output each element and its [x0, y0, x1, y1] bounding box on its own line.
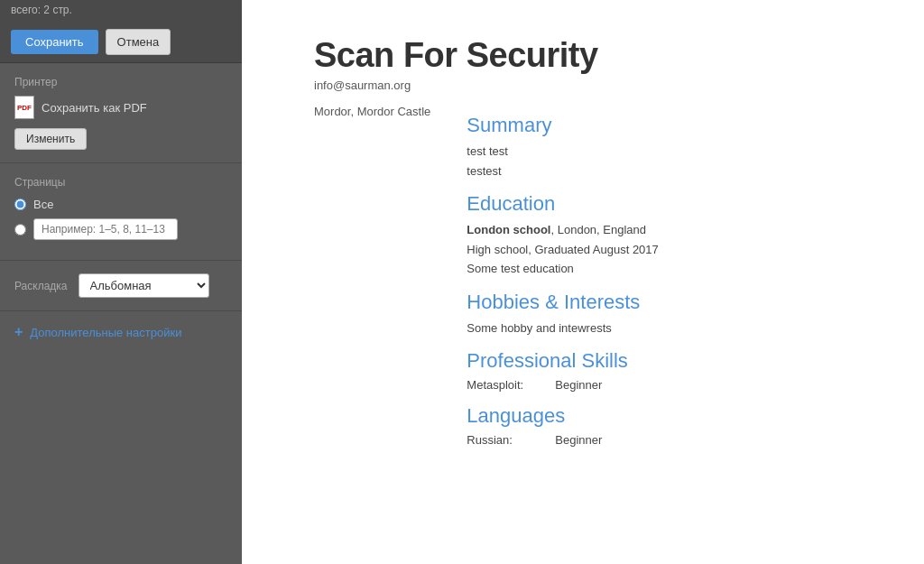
- pages-all-radio[interactable]: [14, 199, 26, 210]
- plus-icon: +: [14, 324, 23, 340]
- layout-label: Раскладка: [14, 280, 68, 292]
- pages-all-row: Все: [14, 198, 227, 211]
- printer-row: PDF Сохранить как PDF: [14, 96, 227, 119]
- printer-section: Принтер PDF Сохранить как PDF Изменить: [0, 63, 242, 163]
- cv-skills-section: Professional Skills Metasploit: Beginner: [467, 349, 870, 392]
- page-count-note: всего: 2 стр.: [0, 0, 242, 22]
- pdf-file-icon: PDF: [14, 96, 34, 119]
- cv-languages-title: Languages: [467, 404, 870, 428]
- pages-range-radio[interactable]: [14, 224, 26, 236]
- printer-label: Принтер: [14, 76, 227, 88]
- cv-school-bold: London school: [467, 223, 550, 236]
- cv-summary-section: Summary test test testest: [467, 114, 870, 180]
- cv-hobbies-title: Hobbies & Interests: [467, 291, 870, 314]
- cv-skills-title: Professional Skills: [467, 349, 870, 373]
- cv-hobbies-text: Some hobby and intewrests: [467, 319, 870, 337]
- cancel-button[interactable]: Отмена: [106, 29, 171, 55]
- cv-summary-line2: testest: [467, 162, 870, 180]
- pages-range-row: [14, 218, 227, 240]
- cv-body: Mordor, Mordor Castle Summary test test …: [314, 105, 870, 459]
- cv-hobbies-section: Hobbies & Interests Some hobby and intew…: [467, 291, 870, 337]
- print-panel: всего: 2 стр. Сохранить Отмена Принтер P…: [0, 0, 242, 564]
- printer-name: Сохранить как PDF: [42, 101, 147, 115]
- cv-skill-name-1: Metasploit:: [467, 378, 548, 392]
- cv-name: Scan For Security: [314, 36, 870, 75]
- change-printer-button[interactable]: Изменить: [14, 128, 87, 150]
- cv-languages-section: Languages Russian: Beginner: [467, 404, 870, 447]
- layout-section: Раскладка Альбомная: [0, 261, 242, 311]
- cv-education-title: Education: [467, 192, 870, 216]
- cv-language-level-1: Beginner: [555, 433, 602, 447]
- action-bar: Сохранить Отмена: [0, 22, 242, 63]
- cv-education-line3: Some test education: [467, 260, 870, 278]
- save-button[interactable]: Сохранить: [11, 30, 98, 54]
- cv-skill-level-1: Beginner: [555, 378, 602, 392]
- cv-skill-row-1: Metasploit: Beginner: [467, 378, 870, 392]
- pages-section: Страницы Все: [0, 163, 242, 261]
- total-pages-text: всего: 2 стр.: [11, 4, 72, 16]
- cv-email: info@saurman.org: [314, 79, 870, 92]
- cv-language-name-1: Russian:: [467, 433, 548, 447]
- pages-range-input[interactable]: [33, 218, 178, 240]
- cv-education-line2: High school, Graduated August 2017: [467, 241, 870, 259]
- cv-school-rest: , London, England: [550, 223, 646, 236]
- cv-preview: Scan For Security info@saurman.org Mordo…: [242, 0, 924, 564]
- cv-address: Mordor, Mordor Castle: [314, 105, 430, 118]
- advanced-settings-row[interactable]: + Дополнительные настройки: [0, 311, 242, 353]
- cv-education-line1: London school, London, England: [467, 221, 870, 239]
- cv-address-col: Mordor, Mordor Castle: [314, 105, 430, 459]
- pages-all-label: Все: [33, 198, 53, 211]
- cv-summary-title: Summary: [467, 114, 870, 137]
- cv-language-row-1: Russian: Beginner: [467, 433, 870, 447]
- cv-education-section: Education London school, London, England…: [467, 192, 870, 278]
- cv-summary-line1: test test: [467, 143, 870, 161]
- pages-label: Страницы: [14, 176, 227, 189]
- layout-select[interactable]: Альбомная: [79, 273, 209, 298]
- cv-content: Summary test test testest Education Lond…: [467, 105, 870, 459]
- advanced-settings-label: Дополнительные настройки: [30, 326, 181, 339]
